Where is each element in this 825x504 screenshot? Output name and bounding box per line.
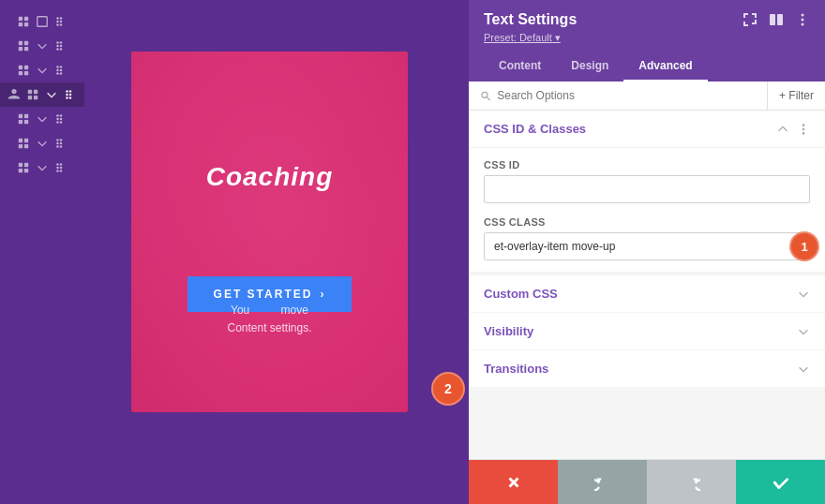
transitions-section: Transitions <box>469 350 825 387</box>
sidebar-row-3[interactable] <box>0 58 84 82</box>
filter-label: + Filter <box>779 89 814 102</box>
svg-rect-72 <box>777 14 783 25</box>
svg-point-5 <box>56 17 59 20</box>
sidebar-row-5[interactable] <box>0 107 84 131</box>
svg-point-49 <box>60 118 63 121</box>
sidebar-row-4-active[interactable] <box>0 82 84 107</box>
sidebar-row-1[interactable] <box>0 9 84 34</box>
panel-title: Text Settings <box>484 11 577 28</box>
svg-point-37 <box>66 96 68 99</box>
save-icon <box>772 474 789 491</box>
svg-point-8 <box>60 17 63 20</box>
transitions-title: Transitions <box>484 362 548 376</box>
svg-point-38 <box>69 90 72 93</box>
svg-point-75 <box>802 23 804 26</box>
visibility-collapse-icon[interactable] <box>797 325 810 338</box>
svg-point-70 <box>60 170 63 172</box>
svg-point-74 <box>802 19 804 22</box>
css-class-input[interactable] <box>484 232 810 260</box>
save-button[interactable] <box>736 460 825 504</box>
columns-icon[interactable] <box>769 12 784 27</box>
svg-point-25 <box>56 66 59 68</box>
more-icon[interactable] <box>795 12 810 27</box>
svg-rect-3 <box>24 22 28 26</box>
collapse-icon[interactable] <box>776 123 789 136</box>
css-id-classes-title: CSS ID & Classes <box>484 122 586 136</box>
css-id-classes-section: CSS ID & Classes CSS ID CSS Class <box>469 111 825 272</box>
redo-button[interactable] <box>647 460 736 504</box>
svg-rect-2 <box>19 22 22 26</box>
panel-body: CSS ID & Classes CSS ID CSS Class <box>469 111 825 459</box>
svg-point-48 <box>60 114 63 117</box>
svg-rect-54 <box>24 144 28 148</box>
svg-point-27 <box>56 72 59 75</box>
left-panel: Coaching GET STARTED › You move Content … <box>0 0 469 504</box>
panel-preset: Preset: Default ▾ <box>484 32 810 44</box>
panel-tabs: Content Design Advanced <box>484 52 810 82</box>
svg-point-80 <box>802 132 805 135</box>
tab-design[interactable]: Design <box>556 52 623 82</box>
svg-point-73 <box>802 14 804 17</box>
svg-rect-4 <box>38 17 48 27</box>
visibility-title: Visibility <box>484 324 533 338</box>
fullscreen-icon[interactable] <box>742 12 758 27</box>
svg-point-58 <box>60 139 63 141</box>
section-header-right <box>776 123 810 136</box>
cancel-button[interactable] <box>469 460 558 504</box>
svg-rect-31 <box>28 90 32 94</box>
preset-label[interactable]: Preset: Default ▾ <box>484 32 561 43</box>
svg-rect-14 <box>24 47 28 51</box>
cancel-icon <box>505 474 522 491</box>
svg-rect-61 <box>19 163 22 167</box>
svg-point-39 <box>69 94 72 96</box>
css-id-classes-header[interactable]: CSS ID & Classes <box>469 111 825 148</box>
svg-point-50 <box>60 121 63 124</box>
svg-point-79 <box>802 127 805 130</box>
search-icon <box>480 90 491 102</box>
search-input[interactable] <box>497 89 756 102</box>
transitions-header[interactable]: Transitions <box>469 350 825 387</box>
svg-point-68 <box>60 163 63 166</box>
step-2-badge: 2 <box>431 372 465 406</box>
preview-overlay: Coaching GET STARTED › You move Content … <box>131 52 408 412</box>
custom-css-collapse-icon[interactable] <box>797 288 810 301</box>
sidebar-row-7[interactable] <box>0 156 84 180</box>
svg-point-15 <box>56 41 59 44</box>
tab-content[interactable]: Content <box>484 52 556 82</box>
panel-header: Text Settings Preset: Default ▾ Content <box>469 0 825 82</box>
svg-rect-44 <box>24 120 28 124</box>
svg-rect-53 <box>19 144 22 148</box>
tab-advanced[interactable]: Advanced <box>623 52 707 82</box>
svg-point-56 <box>56 142 59 145</box>
custom-css-section: Custom CSS <box>469 275 825 312</box>
svg-point-30 <box>60 72 63 75</box>
section-header-left: CSS ID & Classes <box>484 122 586 136</box>
undo-button[interactable] <box>558 460 647 504</box>
sidebar-row-2[interactable] <box>0 34 84 58</box>
visibility-header[interactable]: Visibility <box>469 313 825 349</box>
right-panel: Text Settings Preset: Default ▾ Content <box>469 0 825 504</box>
css-id-input[interactable] <box>484 175 810 203</box>
svg-rect-34 <box>34 96 38 99</box>
css-class-row: 1 <box>484 232 810 260</box>
step-1-badge: 1 <box>789 231 819 261</box>
custom-css-header[interactable]: Custom CSS <box>469 275 825 312</box>
svg-rect-42 <box>24 114 28 118</box>
transitions-collapse-icon[interactable] <box>797 363 810 376</box>
sidebar-row-6[interactable] <box>0 131 84 156</box>
preview-title: Coaching <box>206 162 334 192</box>
section-more-icon[interactable] <box>797 123 810 136</box>
svg-rect-51 <box>19 139 22 142</box>
svg-line-77 <box>488 97 490 100</box>
search-input-wrap <box>469 82 767 110</box>
svg-point-65 <box>56 163 59 166</box>
svg-rect-12 <box>24 41 28 45</box>
css-class-label: CSS Class <box>484 216 810 228</box>
sidebar-icons <box>0 0 84 504</box>
get-started-label: GET STARTED <box>214 288 313 301</box>
svg-point-7 <box>56 23 59 26</box>
svg-point-45 <box>56 114 59 117</box>
filter-button[interactable]: + Filter <box>767 82 825 110</box>
svg-rect-21 <box>19 66 22 69</box>
svg-rect-13 <box>19 47 22 51</box>
